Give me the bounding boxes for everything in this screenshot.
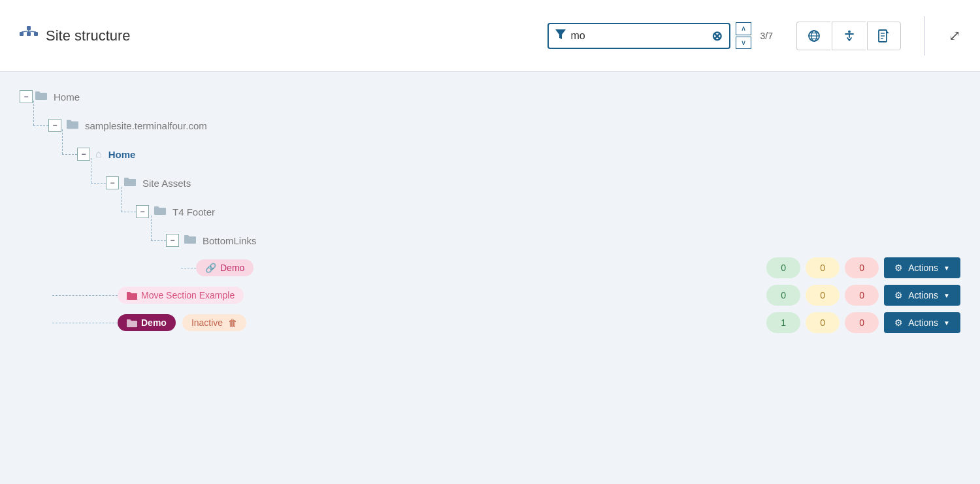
move-section-label: Move Section Example <box>141 290 235 300</box>
demo1-count-green: 0 <box>766 257 800 278</box>
move-section-counts-actions: 0 0 0 ⚙ Actions ▼ <box>766 285 960 306</box>
tree-row-site-assets: − Site Assets <box>106 171 960 195</box>
toggle-bottomlinks[interactable]: − <box>166 234 179 247</box>
document-button[interactable] <box>867 22 901 50</box>
clear-icon[interactable]: ⊗ <box>711 28 723 44</box>
trash-icon[interactable]: 🗑 <box>228 317 237 328</box>
demo1-count-yellow: 0 <box>806 257 840 278</box>
node-label-samplesite: samplesite.terminalfour.com <box>85 120 207 131</box>
move-section-count-yellow: 0 <box>806 285 840 306</box>
filter-icon <box>555 29 566 42</box>
search-box: ⊗ <box>547 23 730 49</box>
toggle-home[interactable]: − <box>20 90 33 103</box>
demo1-counts-actions: 0 0 0 ⚙ Actions ▼ <box>766 257 960 278</box>
demo1-pill[interactable]: 🔗 Demo <box>196 259 253 276</box>
header-separator <box>924 16 925 56</box>
demo2-counts-actions: 1 0 0 ⚙ Actions ▼ <box>766 312 960 333</box>
svg-rect-2 <box>27 32 31 36</box>
expand-button[interactable]: ⤢ <box>949 27 960 44</box>
accessibility-button[interactable] <box>832 22 866 50</box>
toggle-t4footer[interactable]: − <box>136 205 149 218</box>
toggle-site-assets[interactable]: − <box>106 176 119 189</box>
node-label-bottomlinks: BottomLinks <box>203 235 257 246</box>
svg-rect-3 <box>34 32 38 36</box>
search-nav: ∧ ∨ <box>736 22 751 48</box>
caret-icon2: ▼ <box>943 292 950 299</box>
demo2-label: Demo <box>141 317 167 328</box>
search-count: 3/7 <box>760 31 773 41</box>
home-icon: ⌂ <box>95 148 102 160</box>
move-section-count-green: 0 <box>766 285 800 306</box>
demo1-actions-label: Actions <box>908 263 938 273</box>
folder-icon-t4footer <box>154 206 166 218</box>
header-actions <box>796 22 901 50</box>
tree-area: − Home − samplesite.terminalfour.com − ⌂… <box>0 72 980 484</box>
demo2-count-red: 0 <box>845 312 879 333</box>
node-label-home: Home <box>54 91 80 103</box>
inactive-label: Inactive <box>191 317 223 328</box>
move-section-actions-label: Actions <box>908 290 938 300</box>
toggle-samplesite[interactable]: − <box>48 119 61 132</box>
node-label-home2: Home <box>108 149 136 160</box>
move-section-count-red: 0 <box>845 285 879 306</box>
node-label-site-assets: Site Assets <box>142 178 191 189</box>
folder-icon-samplesite <box>67 120 78 131</box>
svg-rect-0 <box>27 26 31 30</box>
tree-row-home2: − ⌂ Home <box>77 142 960 166</box>
tree-row-move-section: Move Section Example 0 0 0 ⚙ Actions ▼ <box>20 285 960 306</box>
folder-icon-site-assets <box>124 177 136 189</box>
svg-point-13 <box>848 30 851 33</box>
globe-button[interactable] <box>796 22 830 50</box>
search-prev-btn[interactable]: ∧ <box>736 22 751 35</box>
folder-icon-bottomlinks <box>184 234 196 246</box>
site-structure-icon <box>20 26 38 46</box>
gear-icon: ⚙ <box>894 263 903 273</box>
demo2-actions-button[interactable]: ⚙ Actions ▼ <box>884 312 960 333</box>
tree-row-samplesite: − samplesite.terminalfour.com <box>48 114 960 137</box>
svg-rect-1 <box>20 32 24 36</box>
folder-icon-home <box>35 91 47 103</box>
header: Site structure ⊗ ∧ ∨ 3/7 <box>0 0 980 72</box>
node-label-t4footer: T4 Footer <box>172 206 215 218</box>
svg-line-5 <box>22 31 29 32</box>
demo2-actions-label: Actions <box>908 317 938 328</box>
demo2-count-green: 1 <box>766 312 800 333</box>
search-area: ⊗ ∧ ∨ 3/7 <box>547 22 773 48</box>
page-title: Site structure <box>46 27 131 44</box>
demo2-pill[interactable]: Demo <box>118 314 176 331</box>
title-area: Site structure <box>20 26 131 46</box>
tree-row-demo2: Demo Inactive 🗑 1 0 0 ⚙ Actions ▼ <box>20 312 960 333</box>
svg-line-6 <box>29 31 36 32</box>
tree-row-bottomlinks: − BottomLinks <box>166 229 960 252</box>
toggle-home2[interactable]: − <box>77 148 90 161</box>
inactive-badge: Inactive 🗑 <box>182 314 246 331</box>
caret-icon: ▼ <box>943 265 950 272</box>
svg-marker-7 <box>555 29 566 39</box>
demo1-count-red: 0 <box>845 257 879 278</box>
caret-icon3: ▼ <box>943 319 950 327</box>
search-next-btn[interactable]: ∨ <box>736 37 751 49</box>
demo1-label: Demo <box>220 263 244 273</box>
gear-icon3: ⚙ <box>894 317 903 328</box>
demo2-count-yellow: 0 <box>806 312 840 333</box>
tree-row-demo1: 🔗 Demo 0 0 0 ⚙ Actions ▼ <box>20 257 960 278</box>
move-section-actions-button[interactable]: ⚙ Actions ▼ <box>884 285 960 306</box>
demo1-actions-button[interactable]: ⚙ Actions ▼ <box>884 257 960 278</box>
move-section-pill[interactable]: Move Section Example <box>118 287 244 304</box>
tree-row-home: − Home <box>20 85 960 108</box>
search-input[interactable] <box>571 30 706 42</box>
gear-icon2: ⚙ <box>894 290 903 300</box>
tree-row-t4footer: − T4 Footer <box>136 200 960 223</box>
